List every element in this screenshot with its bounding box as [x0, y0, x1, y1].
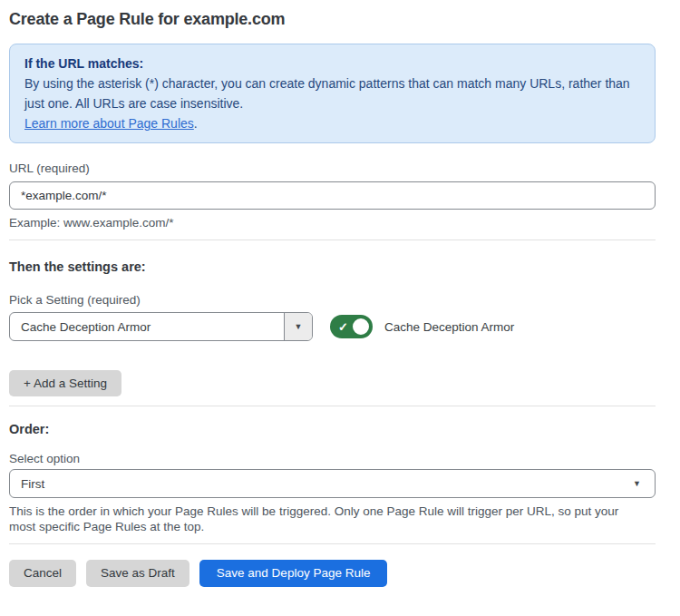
info-box-heading: If the URL matches: [24, 54, 640, 73]
setting-select-value: Cache Deception Armor [10, 313, 284, 340]
setting-select[interactable]: Cache Deception Armor ▼ [9, 312, 313, 341]
setting-row: Cache Deception Armor ▼ ✓ Cache Deceptio… [9, 312, 656, 341]
save-as-draft-button[interactable]: Save as Draft [86, 560, 189, 587]
order-select-value: First [21, 477, 44, 491]
save-and-deploy-button[interactable]: Save and Deploy Page Rule [199, 560, 388, 587]
url-example-helper: Example: www.example.com/* [9, 215, 656, 230]
setting-select-arrow-button[interactable]: ▼ [284, 313, 312, 340]
divider [9, 406, 656, 406]
divider [9, 543, 656, 544]
info-box-link-line: Learn more about Page Rules. [24, 113, 640, 133]
order-section-heading: Order: [9, 421, 656, 437]
url-match-info-box: If the URL matches: By using the asteris… [9, 44, 656, 143]
url-field-label: URL (required) [9, 161, 656, 176]
order-select[interactable]: First ▼ [9, 469, 656, 498]
url-input[interactable] [9, 181, 656, 210]
add-setting-button[interactable]: + Add a Setting [9, 370, 121, 396]
link-suffix: . [194, 116, 198, 131]
page-rule-form: Create a Page Rule for example.com If th… [0, 0, 680, 587]
settings-section-heading: Then the settings are: [9, 259, 656, 275]
chevron-down-icon: ▼ [633, 479, 641, 488]
check-icon: ✓ [338, 320, 348, 334]
learn-more-link[interactable]: Learn more about Page Rules [24, 116, 194, 131]
setting-toggle[interactable]: ✓ [330, 315, 373, 338]
order-select-label: Select option [9, 452, 656, 466]
toggle-knob [351, 317, 371, 337]
setting-picker-label: Pick a Setting (required) [9, 293, 656, 308]
chevron-down-icon: ▼ [295, 322, 303, 331]
order-helper-text: This is the order in which your Page Rul… [9, 504, 644, 534]
footer-actions: Cancel Save as Draft Save and Deploy Pag… [9, 560, 656, 587]
setting-toggle-label: Cache Deception Armor [384, 320, 514, 334]
info-box-body: By using the asterisk (*) character, you… [24, 73, 640, 113]
divider [9, 240, 656, 240]
page-title: Create a Page Rule for example.com [9, 10, 656, 29]
cancel-button[interactable]: Cancel [9, 560, 76, 587]
